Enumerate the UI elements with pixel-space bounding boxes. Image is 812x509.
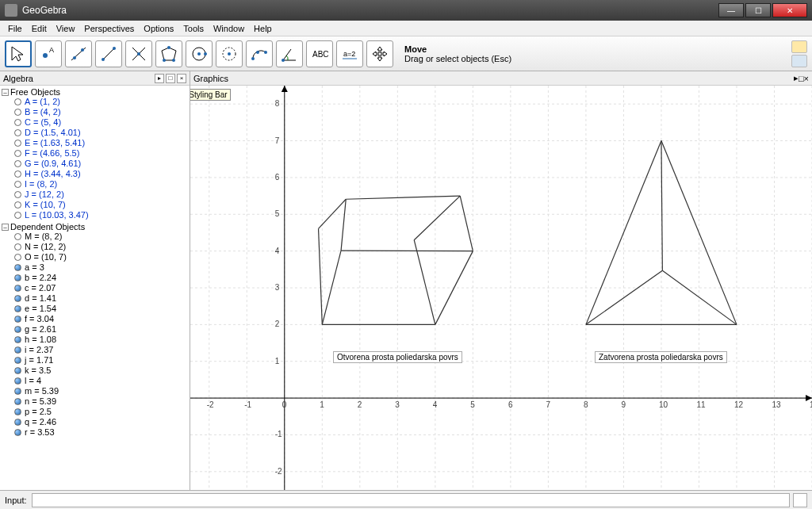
visibility-icon[interactable] bbox=[14, 233, 21, 240]
algebra-item[interactable]: r = 3.53 bbox=[2, 427, 188, 438]
visibility-icon[interactable] bbox=[14, 377, 21, 385]
visibility-icon[interactable] bbox=[14, 264, 21, 271]
visibility-icon[interactable] bbox=[14, 170, 21, 178]
visibility-icon[interactable] bbox=[14, 150, 21, 157]
algebra-item[interactable]: q = 2.46 bbox=[2, 417, 188, 427]
visibility-icon[interactable] bbox=[14, 346, 21, 354]
menu-help[interactable]: Help bbox=[249, 22, 277, 35]
visibility-icon[interactable] bbox=[14, 398, 21, 405]
algebra-item[interactable]: a = 3 bbox=[2, 262, 188, 273]
algebra-toggle-icon[interactable]: ▸ bbox=[155, 74, 164, 83]
algebra-item[interactable]: M = (8, 2) bbox=[2, 232, 188, 242]
algebra-item[interactable]: k = 3.5 bbox=[2, 365, 188, 376]
close-button[interactable]: ✕ bbox=[772, 3, 807, 17]
visibility-icon[interactable] bbox=[14, 140, 21, 147]
tool-circle-button[interactable] bbox=[186, 40, 213, 67]
visibility-icon[interactable] bbox=[14, 357, 21, 364]
tool-a2-button[interactable]: a=2 bbox=[336, 40, 363, 67]
algebra-item[interactable]: D = (1.5, 4.01) bbox=[2, 128, 188, 138]
tool-polygon-button[interactable] bbox=[155, 40, 182, 67]
algebra-item[interactable]: d = 1.41 bbox=[2, 293, 188, 304]
tool-line-button[interactable] bbox=[65, 40, 92, 67]
visibility-icon[interactable] bbox=[14, 367, 21, 374]
menu-window[interactable]: Window bbox=[209, 22, 249, 35]
visibility-icon[interactable] bbox=[14, 316, 21, 323]
algebra-item[interactable]: f = 3.04 bbox=[2, 314, 188, 324]
visibility-icon[interactable] bbox=[14, 129, 21, 136]
visibility-icon[interactable] bbox=[14, 119, 21, 126]
algebra-item[interactable]: e = 1.54 bbox=[2, 304, 188, 314]
tool-segment-button[interactable] bbox=[95, 40, 122, 67]
algebra-item[interactable]: g = 2.61 bbox=[2, 324, 188, 335]
menu-tools[interactable]: Tools bbox=[178, 22, 209, 35]
visibility-icon[interactable] bbox=[14, 285, 21, 292]
maximize-button[interactable]: ☐ bbox=[745, 3, 771, 17]
visibility-icon[interactable] bbox=[14, 326, 21, 333]
tool-circle3-button[interactable] bbox=[216, 40, 243, 67]
visibility-icon[interactable] bbox=[14, 429, 21, 436]
algebra-item[interactable]: h = 1.08 bbox=[2, 335, 188, 345]
minimize-button[interactable]: — bbox=[718, 3, 744, 17]
algebra-item[interactable]: G = (0.9, 4.61) bbox=[2, 159, 188, 169]
visibility-icon[interactable] bbox=[14, 254, 21, 261]
tool-perp-button[interactable] bbox=[125, 40, 152, 67]
algebra-item[interactable]: B = (4, 2) bbox=[2, 107, 188, 117]
visibility-icon[interactable] bbox=[14, 212, 21, 219]
visibility-icon[interactable] bbox=[14, 419, 21, 426]
algebra-item[interactable]: c = 2.07 bbox=[2, 283, 188, 293]
algebra-item[interactable]: I = (8, 2) bbox=[2, 179, 188, 189]
toolbar-help-icon[interactable] bbox=[791, 40, 807, 53]
algebra-item[interactable]: N = (12, 2) bbox=[2, 242, 188, 252]
algebra-item[interactable]: p = 2.5 bbox=[2, 407, 188, 417]
algebra-item[interactable]: m = 5.39 bbox=[2, 386, 188, 396]
visibility-icon[interactable] bbox=[14, 336, 21, 343]
algebra-item[interactable]: J = (12, 2) bbox=[2, 189, 188, 200]
visibility-icon[interactable] bbox=[14, 305, 21, 312]
menu-file[interactable]: File bbox=[3, 22, 27, 35]
visibility-icon[interactable] bbox=[14, 191, 21, 198]
tool-point-button[interactable]: A bbox=[35, 40, 62, 67]
graphics-canvas[interactable]: Toggle Styling Bar -2-101234567891011121… bbox=[190, 86, 812, 490]
tree-collapse-icon[interactable]: – bbox=[2, 89, 9, 96]
algebra-restore-icon[interactable]: □ bbox=[166, 74, 175, 83]
menu-options[interactable]: Options bbox=[139, 22, 178, 35]
algebra-item[interactable]: C = (5, 4) bbox=[2, 117, 188, 128]
algebra-item[interactable]: n = 5.39 bbox=[2, 396, 188, 407]
algebra-item[interactable]: j = 1.71 bbox=[2, 355, 188, 365]
algebra-item[interactable]: A = (1, 2) bbox=[2, 97, 188, 107]
algebra-item[interactable]: l = 4 bbox=[2, 376, 188, 386]
algebra-tree[interactable]: –Free Objects A = (1, 2)B = (4, 2)C = (5… bbox=[0, 86, 190, 490]
algebra-item[interactable]: i = 2.37 bbox=[2, 345, 188, 355]
visibility-icon[interactable] bbox=[14, 160, 21, 167]
visibility-icon[interactable] bbox=[14, 408, 21, 415]
menu-view[interactable]: View bbox=[52, 22, 80, 35]
input-field[interactable] bbox=[32, 493, 790, 507]
menu-perspectives[interactable]: Perspectives bbox=[79, 22, 139, 35]
visibility-icon[interactable] bbox=[14, 274, 21, 281]
toolbar-redo-icon[interactable] bbox=[791, 55, 807, 67]
algebra-close-icon[interactable]: × bbox=[177, 74, 186, 83]
algebra-item[interactable]: L = (10.03, 3.47) bbox=[2, 210, 188, 220]
tool-arrow-button[interactable] bbox=[5, 40, 32, 67]
tool-arc-button[interactable] bbox=[246, 40, 273, 67]
tool-abc-button[interactable]: ABC bbox=[306, 40, 333, 67]
input-dropdown-icon[interactable] bbox=[793, 493, 807, 507]
algebra-item[interactable]: H = (3.44, 4.3) bbox=[2, 169, 188, 179]
algebra-item[interactable]: K = (10, 7) bbox=[2, 200, 188, 210]
tool-angle-button[interactable] bbox=[276, 40, 303, 67]
visibility-icon[interactable] bbox=[14, 181, 21, 188]
tree-collapse-icon[interactable]: – bbox=[2, 224, 9, 231]
menu-edit[interactable]: Edit bbox=[27, 22, 52, 35]
visibility-icon[interactable] bbox=[14, 98, 21, 105]
visibility-icon[interactable] bbox=[14, 109, 21, 116]
tool-move4-button[interactable] bbox=[366, 40, 393, 67]
graphics-close-icon[interactable]: × bbox=[804, 74, 809, 83]
visibility-icon[interactable] bbox=[14, 201, 21, 209]
algebra-item[interactable]: b = 2.24 bbox=[2, 273, 188, 283]
visibility-icon[interactable] bbox=[14, 243, 21, 251]
graphics-restore-icon[interactable]: □ bbox=[799, 74, 804, 83]
algebra-item[interactable]: F = (4.66, 5.5) bbox=[2, 148, 188, 159]
algebra-item[interactable]: O = (10, 7) bbox=[2, 252, 188, 262]
visibility-icon[interactable] bbox=[14, 388, 21, 395]
algebra-item[interactable]: E = (1.63, 5.41) bbox=[2, 138, 188, 148]
